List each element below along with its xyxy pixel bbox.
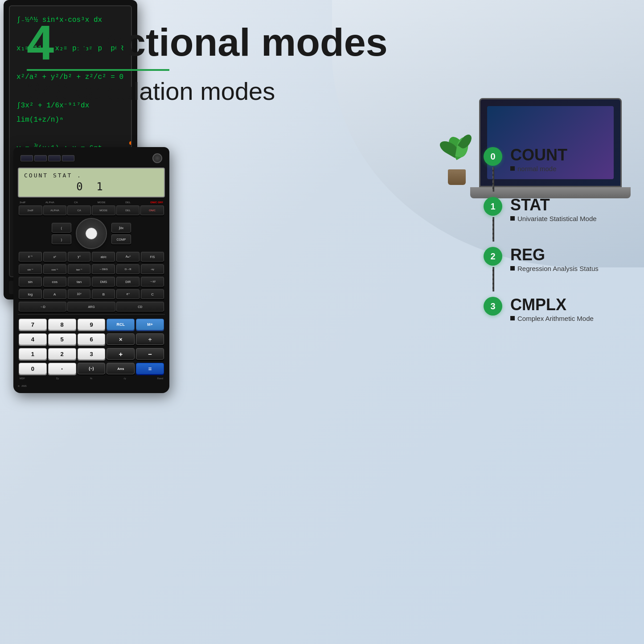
mode-number-0: 0: [490, 152, 495, 162]
key-5[interactable]: 5: [48, 333, 76, 345]
key-mode-btn[interactable]: MODE: [92, 205, 115, 215]
key-amn[interactable]: Aₘⁿ: [116, 252, 139, 262]
label-sigmay: Σy: [56, 377, 59, 380]
key-abcd[interactable]: ab/c: [92, 252, 115, 262]
key-3[interactable]: 3: [78, 348, 106, 360]
key-alpha-btn[interactable]: ALPHA: [43, 205, 67, 215]
mode-text-2: REG Regression Analysis Status: [510, 247, 599, 272]
mode-circle-1: 1: [484, 197, 502, 216]
key-6[interactable]: 6: [78, 333, 106, 345]
key-4[interactable]: 4: [19, 333, 47, 345]
key-toD[interactable]: →D: [19, 302, 66, 312]
key-dtor[interactable]: D→R: [116, 264, 139, 274]
key-paren-open[interactable]: (: [52, 223, 71, 233]
label-ca: CA: [74, 201, 78, 204]
key-C[interactable]: C: [141, 289, 164, 299]
side-buttons-right: ∫dx COMP: [111, 223, 131, 244]
header-sub-text: 349 calculation modes: [27, 78, 388, 105]
nav-pad[interactable]: [76, 218, 107, 249]
label-ans-label: ANS: [21, 385, 26, 387]
key-yx[interactable]: yˣ: [68, 252, 91, 262]
key-minus[interactable]: −: [136, 348, 164, 360]
key-log[interactable]: log: [19, 289, 42, 299]
key-equals[interactable]: =: [136, 363, 164, 374]
header-main-line: 4 functional modes: [27, 18, 388, 67]
key-7[interactable]: 7: [19, 319, 47, 330]
label-alpha: ALPHA: [45, 201, 54, 204]
key-8[interactable]: 8: [48, 319, 76, 330]
key-integral[interactable]: ∫dx: [111, 223, 131, 233]
side-buttons-left: ( ): [52, 223, 71, 244]
key-dms[interactable]: DMS: [92, 277, 115, 287]
key-comp[interactable]: COMP: [111, 234, 131, 244]
label-percent: %: [90, 377, 92, 380]
key-rtheta[interactable]: →r𝜃: [141, 277, 164, 287]
key-cd[interactable]: CD: [116, 302, 164, 312]
mode-circle-2: 2: [484, 247, 502, 266]
pad-orange-dot: [129, 141, 132, 145]
key-10x[interactable]: 10ˣ: [68, 289, 91, 299]
key-9[interactable]: 9: [78, 319, 106, 330]
label-mdf: MDF: [20, 377, 25, 380]
solar-cell-4: [62, 155, 74, 161]
key-xsq[interactable]: x²: [43, 252, 66, 262]
label-del: DEL: [125, 201, 131, 204]
power-button[interactable]: [152, 153, 162, 163]
key-1[interactable]: 1: [19, 348, 47, 360]
num-row3: 1 2 3 + −: [18, 347, 165, 361]
mode-desc-text-0: normal mode: [517, 165, 557, 172]
key-negxy[interactable]: -xy: [141, 264, 164, 274]
mode-desc-stat: Univariate Statistical Mode: [510, 215, 597, 222]
key-ca-btn[interactable]: CA: [67, 205, 91, 215]
key-paren-close[interactable]: ): [52, 234, 71, 244]
solar-cell-2: [34, 155, 47, 161]
key-2[interactable]: 2: [48, 348, 76, 360]
header-number: 4: [27, 18, 54, 67]
mode-title-cmplx: CMPLX: [510, 297, 594, 313]
key-2ndf-btn[interactable]: 2ndF: [19, 205, 42, 215]
mode-item-1: 1 STAT Univariate Statistical Mode: [484, 197, 626, 222]
key-arg[interactable]: ARG: [67, 302, 115, 312]
key-dot[interactable]: ·: [48, 363, 76, 374]
key-negate[interactable]: (−): [78, 363, 106, 374]
header-main-text: functional modes: [63, 23, 388, 62]
key-arctan[interactable]: tan⁻¹: [68, 264, 91, 274]
mode-desc-cmplx: Complex Arithmetic Mode: [510, 315, 594, 322]
key-arccos[interactable]: cos⁻¹: [43, 264, 66, 274]
key-ex[interactable]: eˣ: [116, 289, 139, 299]
func-keys-row5: log A 10ˣ B eˣ C: [18, 288, 165, 300]
key-ans[interactable]: Ans: [107, 363, 135, 374]
label-2ndf: 2ndF: [20, 201, 26, 204]
key-onoff-btn[interactable]: ON/C: [140, 205, 164, 215]
key-sin[interactable]: sin: [19, 277, 42, 287]
key-0[interactable]: 0: [19, 363, 47, 374]
mode-desc-reg: Regression Analysis Status: [510, 265, 599, 272]
mode-text-3: CMPLX Complex Arithmetic Mode: [510, 297, 594, 322]
key-dir[interactable]: DIR: [116, 277, 139, 287]
label-rand: Rand: [157, 377, 163, 380]
mode-bullet-3: [510, 316, 515, 320]
key-tan[interactable]: tan: [68, 277, 91, 287]
key-arcsin[interactable]: sin⁻¹: [19, 264, 42, 274]
key-B[interactable]: B: [92, 289, 115, 299]
key-mplus[interactable]: M+: [136, 319, 164, 330]
key-divide[interactable]: ÷: [136, 333, 164, 345]
lcd-screen: COUNT STAT . 0 1: [18, 168, 165, 197]
mode-title-reg: REG: [510, 247, 599, 263]
mode-desc-text-3: Complex Arithmetic Mode: [517, 315, 594, 322]
key-rcl[interactable]: RCL: [107, 319, 135, 330]
key-cos[interactable]: cos: [43, 277, 66, 287]
key-deg[interactable]: ←DEG: [92, 264, 115, 274]
mode-bullet-2: [510, 266, 515, 271]
nav-center-button[interactable]: [86, 228, 97, 239]
mode-item-2: 2 REG Regression Analysis Status: [484, 247, 626, 272]
key-multiply[interactable]: ×: [107, 333, 135, 345]
key-xinv[interactable]: x⁻¹: [19, 252, 42, 262]
mode-item-3: 3 CMPLX Complex Arithmetic Mode: [484, 297, 626, 322]
key-fs[interactable]: F/S: [141, 252, 164, 262]
plant-leaves: [439, 134, 475, 169]
key-A[interactable]: A: [43, 289, 66, 299]
key-del-btn[interactable]: DEL: [116, 205, 140, 215]
header: 4 functional modes 349 calculation modes: [27, 18, 388, 105]
key-plus[interactable]: +: [107, 348, 135, 360]
